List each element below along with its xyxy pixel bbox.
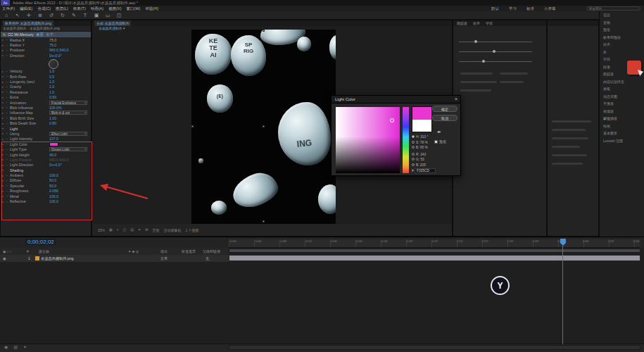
property-value[interactable]: 100.0 xyxy=(49,199,91,203)
stacked-panel-label[interactable]: 摇摆器 xyxy=(600,108,644,115)
preview-checkbox[interactable]: 预览 xyxy=(434,139,446,144)
effect-property-row[interactable]: Diffuse 50.0 xyxy=(1,178,91,183)
workspace-item[interactable]: 标准 xyxy=(526,6,534,11)
property-value[interactable]: 0.5 xyxy=(49,75,91,79)
layer-handle[interactable] xyxy=(263,125,265,127)
effect-property-row[interactable] xyxy=(1,58,91,69)
effect-property-row[interactable]: Birth Rate 0.5 xyxy=(1,74,91,79)
hsb-h-row[interactable]: H: 310 ° xyxy=(412,134,428,140)
effect-property-row[interactable]: Influence Map Blob in & out xyxy=(1,111,91,115)
viewer-tool-icon[interactable]: ⊞ xyxy=(145,227,148,232)
property-value[interactable]: 1.0 xyxy=(49,84,91,89)
stacked-panel-label[interactable]: 信息 xyxy=(600,11,644,19)
orbit-camera-tool-icon[interactable]: ↺ xyxy=(48,13,55,18)
stacked-panel-label[interactable]: 库 xyxy=(600,49,644,56)
composition-canvas[interactable]: KE TE AI SP RIG (E) ING xyxy=(191,30,336,224)
layer-handle[interactable] xyxy=(263,220,265,222)
dock-panel-tab[interactable]: 对齐 xyxy=(472,20,481,26)
shape-tool-icon[interactable]: ▭ xyxy=(104,13,111,18)
menu-item[interactable]: 帮助(H) xyxy=(145,6,158,11)
dock-panel-tab[interactable]: 跟踪器 xyxy=(455,20,469,26)
property-value[interactable]: 75.0 xyxy=(49,43,91,47)
slider-knob[interactable] xyxy=(482,60,485,63)
stacked-panel-label[interactable]: 效果和预设 xyxy=(600,34,644,42)
menu-item[interactable]: 编辑(E) xyxy=(20,6,32,11)
rgb-g-row[interactable]: G: 53 xyxy=(412,157,428,163)
layer-row[interactable]: ◉ 1 水波晶质感制作.png 正常 无 xyxy=(0,255,229,262)
effect-property-row[interactable]: Light Intensity 107.0 xyxy=(1,137,91,142)
effect-property-row[interactable]: Metal 100.0 xyxy=(1,194,91,199)
effect-property-row[interactable]: Animation Fractal Explosive xyxy=(1,100,91,105)
effect-property-row[interactable]: Resistance 1.0 xyxy=(1,89,91,94)
property-value[interactable]: 0x+0.0° xyxy=(49,54,91,58)
dock-panel-tab[interactable]: 字符 xyxy=(484,20,494,26)
rgb-b-row[interactable]: B: 205 xyxy=(412,163,428,168)
layer-duration-bar[interactable] xyxy=(229,255,640,261)
timeline-toggle-icon[interactable]: ◉ xyxy=(4,344,8,349)
stacked-panel-label[interactable]: 内容识别填充 xyxy=(600,78,644,86)
zoom-tool-icon[interactable]: ⊕ xyxy=(37,13,44,18)
effect-property-row[interactable]: Light Height 46.0 xyxy=(1,152,91,157)
effect-property-row[interactable]: Using Effect Light xyxy=(1,131,91,136)
radio-icon[interactable] xyxy=(412,141,415,144)
effect-property-row[interactable]: Velocity 1.0 xyxy=(1,69,91,74)
view-layout-dropdown[interactable]: 1 个视图 xyxy=(185,228,198,232)
hand-tool-icon[interactable]: ✛ xyxy=(25,13,32,18)
property-value[interactable]: 46.0 xyxy=(49,153,91,157)
close-icon[interactable]: × xyxy=(455,96,457,101)
stacked-panel-label[interactable]: 基本图形 xyxy=(600,130,644,137)
slider-knob[interactable] xyxy=(474,40,477,43)
slider-track[interactable] xyxy=(459,42,532,42)
camera-view-dropdown[interactable]: 活动摄像机 xyxy=(163,228,181,232)
property-value[interactable]: 50.0 xyxy=(49,178,91,182)
property-value[interactable]: 100.0 xyxy=(49,194,91,199)
effect-header-row[interactable]: fx CC Mr.Mercury 重置 关于.. xyxy=(1,32,91,37)
hsb-s-row[interactable]: S: 78 % xyxy=(412,140,428,146)
property-value[interactable]: 100.0 xyxy=(49,173,91,177)
viewer-tool-icon[interactable]: ◫ xyxy=(123,227,127,232)
effect-property-row[interactable]: Roughness 0.050 xyxy=(1,189,91,194)
stacked-panel-label[interactable]: 对齐 xyxy=(600,41,644,49)
reset-effect-link[interactable]: 重置 xyxy=(36,32,44,37)
layer-mode-dropdown[interactable]: 正常 xyxy=(160,255,168,262)
menu-item[interactable]: 效果(T) xyxy=(73,6,86,11)
property-value[interactable]: 0.50 xyxy=(49,95,91,99)
property-value[interactable]: Fractal Explosive xyxy=(49,101,87,105)
menu-item[interactable]: 动画(A) xyxy=(91,6,103,11)
stacked-panel-label[interactable]: 动态草图 xyxy=(600,93,644,101)
property-value[interactable]: Effect Light xyxy=(49,132,87,136)
property-value[interactable]: 50.0 xyxy=(49,184,91,188)
rgb-r-row[interactable]: R: 243 xyxy=(412,152,428,158)
viewer-tool-icon[interactable]: ▦ xyxy=(109,227,113,232)
resolution-dropdown[interactable]: 完整 xyxy=(152,228,159,232)
radio-icon[interactable] xyxy=(412,158,415,161)
home-icon[interactable]: ⌂ xyxy=(3,13,10,18)
workspace-item[interactable]: 默认 xyxy=(491,6,499,11)
effect-property-row[interactable]: Direction 0x+0.0° xyxy=(1,53,91,58)
stacked-panel-label[interactable]: 蒙版插值 xyxy=(600,115,644,122)
property-value[interactable]: 1.0 xyxy=(49,80,91,84)
menu-item[interactable]: 合成(C) xyxy=(37,6,51,11)
effect-property-row[interactable]: Light Direction 0x+0.0° xyxy=(1,163,91,168)
property-value[interactable]: 1.0 xyxy=(49,69,91,73)
column-mode[interactable]: 模式 xyxy=(160,248,168,255)
layer-handle[interactable] xyxy=(263,30,265,32)
property-value[interactable]: 960.0,540.0 xyxy=(49,158,91,162)
menu-item[interactable]: 图层(L) xyxy=(56,6,68,11)
work-area-bar[interactable] xyxy=(229,249,640,253)
radio-icon[interactable] xyxy=(412,153,415,156)
effect-property-row[interactable]: Shading xyxy=(1,168,91,172)
column-trkmat[interactable]: 轨道遮罩 xyxy=(182,248,196,255)
ok-button[interactable]: 确定 xyxy=(432,106,457,112)
radio-icon[interactable] xyxy=(412,146,415,149)
layer-label-color[interactable] xyxy=(35,256,39,260)
property-value[interactable]: 107.0 xyxy=(49,137,91,141)
property-value[interactable]: 0.80 xyxy=(49,121,91,125)
twirl-icon[interactable] xyxy=(2,168,6,172)
hex-input[interactable]: F335CD xyxy=(415,168,436,173)
effect-property-row[interactable]: Light Color xyxy=(1,142,91,146)
checkbox-icon[interactable] xyxy=(434,140,438,144)
layer-handle[interactable] xyxy=(191,125,194,127)
effect-property-row[interactable]: Blob Influence 100.0% xyxy=(1,105,91,110)
saturation-brightness-field[interactable] xyxy=(336,107,400,173)
